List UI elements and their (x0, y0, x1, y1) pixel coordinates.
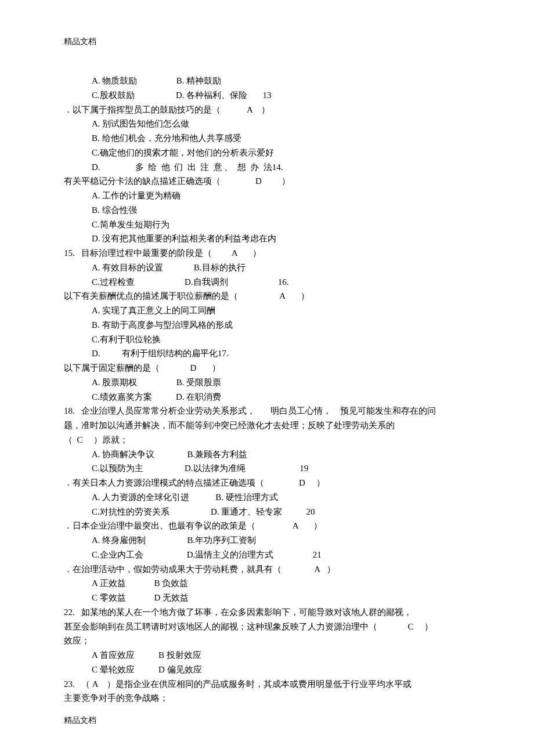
text-line: C.股权鼓励 D. 各种福利、保险 13 (64, 88, 470, 103)
text-line: ．有关日本人力资源治理模式的特点描述正确选项（ D ） (64, 476, 470, 490)
text-line: A. 别试图告知他们怎么做 (64, 117, 470, 131)
text-line: B. 有助于高度参与型治理风格的形成 (64, 318, 470, 332)
text-line: ．日本企业治理中最突出、也最有争议的政策是（ A ） (64, 519, 470, 533)
text-line: D. 有利于组织结构的扁平化17. (64, 346, 470, 361)
text-line: A. 协商解决争议 B.兼顾各方利益 (64, 447, 470, 462)
text-line: A. 物质鼓励 B. 精神鼓励 (64, 74, 470, 88)
text-line: C 零效益 D 无效益 (64, 591, 470, 605)
text-line: C.绩效嘉奖方案 D. 在职消费 (64, 390, 470, 404)
text-line: 18. 企业治理人员应常常分析企业劳动关系形式， 明白员工心情， 预见可能发生和… (64, 404, 470, 418)
text-line: D. 没有把其他重要的利益相关者的利益考虑在内 (64, 231, 470, 246)
text-line: A 正效益 B 负效益 (64, 576, 470, 591)
text-line: （ C ）原就； (64, 433, 470, 447)
text-line: 主要竞争对手的竞争战略； (64, 691, 470, 706)
text-line: A. 股票期权 B. 受限股票 (64, 375, 470, 390)
text-line: A. 有效目标的设置 B.目标的执行 (64, 261, 470, 275)
text-line: 题，准时加以沟通并解决，而不能等到冲突已经激化才去处理；反映了处理劳动关系的 (64, 418, 470, 433)
text-line: C.以预防为主 D.以法律为准绳 19 (64, 461, 470, 476)
text-line: C.对抗性的劳资关系 D. 重通才、轻专家 20 (64, 505, 470, 519)
text-line: C.确定他们的摸索才能，对他们的分析表示爱好 (64, 146, 470, 160)
text-line: 15. 目标治理过程中最重要的阶段是（ A ） (64, 246, 470, 261)
text-line: 效应； (64, 634, 470, 648)
text-line: A. 人力资源的全球化引进 B. 硬性治理方式 (64, 490, 470, 505)
text-line: A. 工作的计量更为精确 (64, 189, 470, 203)
text-line: ．在治理活动中，假如劳动成果大于劳动耗费，就具有（ A ） (64, 562, 470, 577)
text-line: C.过程检查 D.自我调剂 16. (64, 275, 470, 290)
text-line: A 首应效应 B 投射效应 (64, 648, 470, 663)
text-line: C.有利于职位轮换 (64, 332, 470, 347)
text-line: C.简单发生短期行为 (64, 218, 470, 232)
text-line: ．以下属于指挥型员工的鼓励技巧的是（ A ） (64, 103, 470, 117)
text-line: C.企业内工会 D.温情主义的治理方式 21 (64, 548, 470, 562)
text-line: 22. 如某地的某人在一个地方做了坏事，在众多因素影响下，可能导致对该地人群的鄙… (64, 605, 470, 620)
text-line: A. 实现了真正意义上的同工同酬 (64, 303, 470, 318)
text-line: D. 多 给 他 们 出 注 意 、 想 办 法14. (64, 160, 470, 175)
header-text: 精品文档 (64, 35, 470, 48)
text-line: A. 终身雇佣制 B.年功序列工资制 (64, 533, 470, 548)
text-line: B. 给他们机会，充分地和他人共享感受 (64, 131, 470, 146)
page: 精品文档 A. 物质鼓励 B. 精神鼓励C.股权鼓励 D. 各种福利、保险 13… (0, 0, 534, 756)
text-line: 以下有关薪酬优点的描述属于职位薪酬的是（ A ） (64, 289, 470, 303)
text-line: 甚至会影响到在员工聘请时对该地区人的鄙视；这种现象反映了人力资源治理中（ C ） (64, 620, 470, 634)
text-line: 以下属于固定薪酬的是（ D ） (64, 361, 470, 375)
text-line: 23. （ A ）是指企业在供应相同的产品或服务时，其成本或费用明显低于行业平均… (64, 677, 470, 692)
document-body: A. 物质鼓励 B. 精神鼓励C.股权鼓励 D. 各种福利、保险 13．以下属于… (64, 74, 470, 706)
text-line: 有关平稳记分卡法的缺点描述正确选项（ D ） (64, 174, 470, 189)
footer-text: 精品文档 (64, 714, 96, 727)
text-line: C 晕轮效应 D 偏见效应 (64, 663, 470, 677)
text-line: B. 综合性强 (64, 203, 470, 218)
